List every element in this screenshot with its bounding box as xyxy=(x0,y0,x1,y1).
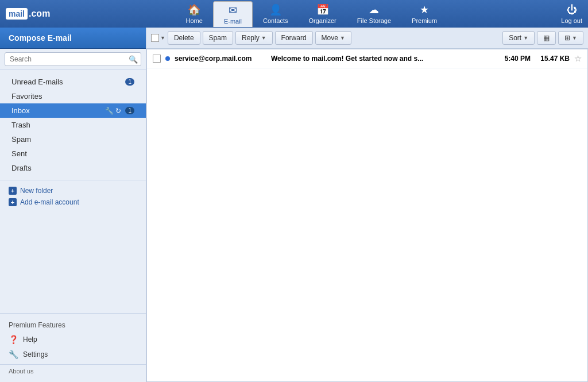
logo-mail-icon: mail xyxy=(6,8,28,20)
forward-label: Forward xyxy=(281,34,307,42)
search-wrapper: 🔍 xyxy=(5,52,141,66)
folder-drafts[interactable]: Drafts xyxy=(0,161,146,175)
sidebar: Compose E-mail 🔍 Unread E-mails 1 Favori… xyxy=(0,28,146,382)
email-checkbox[interactable] xyxy=(153,55,161,63)
add-account-link[interactable]: + Add e-mail account xyxy=(9,196,137,208)
forward-button[interactable]: Forward xyxy=(275,31,313,45)
folder-spam-label: Spam xyxy=(11,135,134,144)
compose-label: Compose E-mail xyxy=(9,33,72,43)
nav-home[interactable]: 🏠 Home xyxy=(176,1,213,27)
reply-label: Reply xyxy=(242,34,260,42)
folder-drafts-label: Drafts xyxy=(11,164,134,172)
main-layout: Compose E-mail 🔍 Unread E-mails 1 Favori… xyxy=(0,28,588,382)
layout-button[interactable]: ⊞ ▼ xyxy=(558,31,583,45)
email-sender: service@corp.mail.com xyxy=(175,55,266,63)
email-size: 15.47 KB xyxy=(535,55,570,63)
checkbox-dropdown-arrow[interactable]: ▼ xyxy=(160,35,165,41)
folder-sent[interactable]: Sent xyxy=(0,146,146,161)
filter-icon: 🔧 xyxy=(105,107,114,115)
logout-button[interactable]: ⏻ Log out xyxy=(561,4,582,24)
folder-trash[interactable]: Trash xyxy=(0,118,146,132)
email-subject: Welcome to mail.com! Get started now and… xyxy=(271,55,486,63)
email-icon: ✉ xyxy=(229,4,237,17)
logout-label: Log out xyxy=(561,17,582,24)
sidebar-footer: Premium Features ❓ Help 🔧 Settings About… xyxy=(0,313,146,382)
contacts-icon: 👤 xyxy=(269,3,282,16)
sort-section: Sort ▼ ▦ ⊞ ▼ xyxy=(502,31,583,45)
add-account-icon: + xyxy=(9,198,17,206)
reply-button[interactable]: Reply ▼ xyxy=(235,31,273,45)
organizer-icon: 📅 xyxy=(316,3,329,16)
email-row[interactable]: service@corp.mail.com Welcome to mail.co… xyxy=(147,49,587,68)
nav-premium[interactable]: ★ Premium xyxy=(401,1,447,27)
premium-icon: ★ xyxy=(420,3,429,16)
view-icon: ▦ xyxy=(543,34,550,42)
help-icon: ❓ xyxy=(9,335,18,344)
folder-favorites-label: Favorites xyxy=(11,92,134,101)
folder-inbox-label: Inbox xyxy=(11,106,105,115)
move-button[interactable]: Move ▼ xyxy=(315,31,351,45)
move-dropdown-arrow[interactable]: ▼ xyxy=(340,35,345,41)
refresh-icon[interactable]: ↻ xyxy=(115,107,121,115)
select-all-checkbox-area: ▼ xyxy=(151,34,165,42)
folder-inbox-badge: 1 xyxy=(125,107,134,114)
folder-unread[interactable]: Unread E-mails 1 xyxy=(0,75,146,89)
folder-favorites[interactable]: Favorites xyxy=(0,89,146,103)
search-container: 🔍 xyxy=(0,49,146,70)
folder-inbox[interactable]: Inbox 🔧 ↻ 1 xyxy=(0,103,146,118)
settings-item[interactable]: 🔧 Settings xyxy=(0,347,146,362)
add-folder-icon: + xyxy=(9,187,17,195)
nav-home-label: Home xyxy=(186,17,203,24)
help-label: Help xyxy=(23,335,37,344)
home-icon: 🏠 xyxy=(188,3,200,16)
spam-button[interactable]: Spam xyxy=(203,31,233,45)
about-us-link[interactable]: About us xyxy=(0,364,146,377)
move-label: Move xyxy=(322,34,338,42)
layout-dropdown-arrow[interactable]: ▼ xyxy=(572,35,577,41)
layout-icon: ⊞ xyxy=(564,34,570,42)
folder-inbox-icons: 🔧 ↻ 1 xyxy=(105,107,134,115)
help-item[interactable]: ❓ Help xyxy=(0,332,146,347)
email-time: 5:40 PM xyxy=(490,55,531,63)
app-logo: mail .com xyxy=(6,8,50,20)
search-icon: 🔍 xyxy=(129,55,138,64)
new-folder-section: + New folder + Add e-mail account xyxy=(0,180,146,213)
settings-icon: 🔧 xyxy=(9,350,18,359)
email-star[interactable]: ☆ xyxy=(574,54,582,63)
nav-file-storage-label: File Storage xyxy=(357,17,391,24)
sort-label: Sort xyxy=(509,34,521,42)
nav-premium-label: Premium xyxy=(412,17,437,24)
nav-organizer[interactable]: 📅 Organizer xyxy=(298,1,346,27)
search-input[interactable] xyxy=(5,52,141,66)
top-navigation-bar: mail .com 🏠 Home ✉ E-mail 👤 Contacts 📅 O… xyxy=(0,0,588,28)
nav-contacts-label: Contacts xyxy=(263,17,288,24)
nav-file-storage[interactable]: ☁ File Storage xyxy=(347,1,401,27)
nav-organizer-label: Organizer xyxy=(308,17,336,24)
nav-contacts[interactable]: 👤 Contacts xyxy=(253,1,298,27)
sort-button[interactable]: Sort ▼ xyxy=(502,31,535,45)
folder-unread-label: Unread E-mails xyxy=(11,78,123,86)
folder-spam[interactable]: Spam xyxy=(0,132,146,146)
reply-dropdown-arrow[interactable]: ▼ xyxy=(261,35,266,41)
logo-text: .com xyxy=(29,9,50,19)
email-list: service@corp.mail.com Welcome to mail.co… xyxy=(146,49,588,382)
add-account-label: Add e-mail account xyxy=(20,198,79,206)
delete-label: Delete xyxy=(174,34,194,42)
email-toolbar: ▼ Delete Spam Reply ▼ Forward Move ▼ Sor… xyxy=(146,28,588,49)
nav-email[interactable]: ✉ E-mail xyxy=(213,1,253,27)
premium-features-text: Premium Features xyxy=(0,318,146,332)
folder-unread-badge: 1 xyxy=(125,78,134,86)
folder-sent-label: Sent xyxy=(11,149,134,158)
sort-dropdown-arrow[interactable]: ▼ xyxy=(523,35,528,41)
view-options-button[interactable]: ▦ xyxy=(537,31,556,45)
delete-button[interactable]: Delete xyxy=(168,31,200,45)
folder-list: Unread E-mails 1 Favorites Inbox 🔧 ↻ 1 T… xyxy=(0,70,146,180)
new-folder-link[interactable]: + New folder xyxy=(9,185,137,196)
spam-label: Spam xyxy=(209,34,227,42)
settings-label: Settings xyxy=(23,350,48,358)
new-folder-label: New folder xyxy=(20,187,53,195)
compose-button[interactable]: Compose E-mail xyxy=(0,28,146,49)
nav-bar: 🏠 Home ✉ E-mail 👤 Contacts 📅 Organizer ☁… xyxy=(61,1,561,27)
folder-trash-label: Trash xyxy=(11,121,134,129)
select-all-checkbox[interactable] xyxy=(151,34,159,42)
